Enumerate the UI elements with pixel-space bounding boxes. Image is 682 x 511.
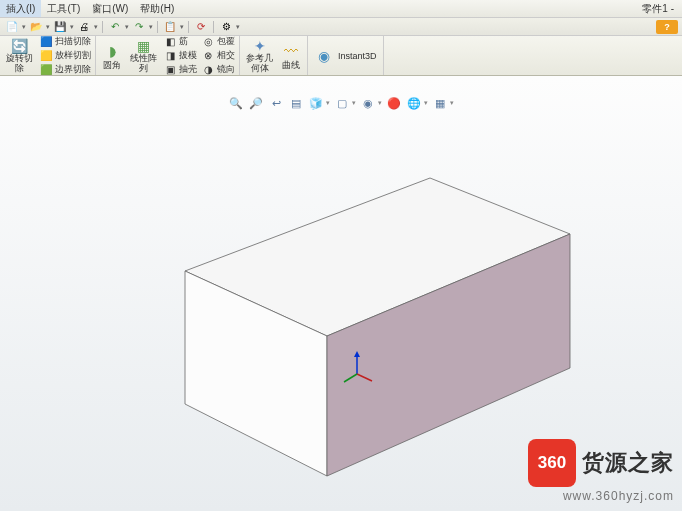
dropdown-icon[interactable]: ▾ [125,23,129,31]
new-icon[interactable]: 📄 [4,20,20,34]
document-title: 零件1 - [634,0,682,17]
curves-button[interactable]: 〰 曲线 [277,36,305,75]
view-settings-icon[interactable]: ▦ [432,95,448,111]
intersect-button[interactable]: ⊗相交 [201,49,235,62]
watermark-badge: 360 [528,439,576,487]
shell-button[interactable]: ▣抽壳 [163,63,197,76]
dropdown-icon[interactable]: ▾ [424,99,428,107]
instant3d-icon: ◉ [314,47,334,65]
dropdown-icon[interactable]: ▾ [378,99,382,107]
appearance-icon[interactable]: 🔴 [386,95,402,111]
view-orientation-icon[interactable]: 🧊 [308,95,324,111]
menu-insert[interactable]: 插入(I) [0,0,41,17]
wrap-button[interactable]: ◎包覆 [201,35,235,48]
dropdown-icon[interactable]: ▾ [22,23,26,31]
boundary-cut-button[interactable]: 🟩边界切除 [39,63,91,76]
options-icon[interactable]: 📋 [162,20,178,34]
rotate-cut-icon: 🔄 [10,38,30,53]
rib-button[interactable]: ◧筋 [163,35,197,48]
draft-button[interactable]: ◨拔模 [163,49,197,62]
ribbon-label: 拔模 [179,49,197,62]
ribbon-label: 扫描切除 [55,35,91,48]
dropdown-icon[interactable]: ▾ [46,23,50,31]
ribbon-label: 筋 [179,35,188,48]
boundary-cut-icon: 🟩 [39,64,53,76]
fillet-icon: ◗ [102,42,122,60]
ribbon-label: 线性阵 列 [130,53,157,73]
scene-icon[interactable]: 🌐 [406,95,422,111]
svg-line-6 [344,374,357,382]
origin-triad [342,349,382,389]
svg-marker-4 [354,351,360,357]
menu-tools[interactable]: 工具(T) [41,0,86,17]
rebuild-icon[interactable]: ⟳ [193,20,209,34]
ribbon-label: 抽壳 [179,63,197,76]
loft-cut-icon: 🟨 [39,50,53,62]
zoom-area-icon[interactable]: 🔎 [248,95,264,111]
fillet-button[interactable]: ◗ 圆角 [98,36,126,75]
print-icon[interactable]: 🖨 [76,20,92,34]
redo-icon[interactable]: ↷ [131,20,147,34]
wrap-icon: ◎ [201,36,215,48]
view-toolbar: 🔍 🔎 ↩ ▤ 🧊▾ ▢▾ ◉▾ 🔴 🌐▾ ▦▾ [228,95,454,111]
model-box [60,116,600,511]
ribbon-label: 包覆 [217,35,235,48]
watermark-url: www.360hyzj.com [563,489,674,503]
dropdown-icon[interactable]: ▾ [94,23,98,31]
settings-icon[interactable]: ⚙ [218,20,234,34]
menu-help[interactable]: 帮助(H) [134,0,180,17]
ribbon-toolbar: 🔄 旋转切 除 🟦扫描切除 🟨放样切割 🟩边界切除 ◗ 圆角 ▦ 线性阵 列 ◧… [0,36,682,76]
dropdown-icon[interactable]: ▾ [70,23,74,31]
ribbon-label: Instant3D [338,51,377,61]
zoom-fit-icon[interactable]: 🔍 [228,95,244,111]
display-style-icon[interactable]: ▢ [334,95,350,111]
hide-show-icon[interactable]: ◉ [360,95,376,111]
curves-icon: 〰 [281,42,301,60]
sweep-cut-button[interactable]: 🟦扫描切除 [39,35,91,48]
draft-icon: ◨ [163,50,177,62]
ribbon-label: 旋转切 除 [6,53,33,73]
ribbon-label: 参考几 何体 [246,53,273,73]
linear-pattern-icon: ▦ [134,38,154,53]
rotate-cut-button[interactable]: 🔄 旋转切 除 [2,36,37,75]
undo-icon[interactable]: ↶ [107,20,123,34]
watermark-text: 货源之家 [582,448,674,478]
dropdown-icon[interactable]: ▾ [450,99,454,107]
dropdown-icon[interactable]: ▾ [352,99,356,107]
quick-access-bar: 📄▾ 📂▾ 💾▾ 🖨▾ ↶▾ ↷▾ 📋▾ ⟳ ⚙▾ ? [0,18,682,36]
ref-geometry-icon: ✦ [250,38,270,53]
ref-geometry-button[interactable]: ✦ 参考几 何体 [242,36,277,75]
loft-cut-button[interactable]: 🟨放样切割 [39,49,91,62]
dropdown-icon[interactable]: ▾ [180,23,184,31]
ribbon-label: 相交 [217,49,235,62]
menu-window[interactable]: 窗口(W) [86,0,134,17]
help-icon[interactable]: ? [656,20,678,34]
ribbon-label: 圆角 [103,60,121,70]
rib-icon: ◧ [163,36,177,48]
shell-icon: ▣ [163,64,177,76]
ribbon-label: 边界切除 [55,63,91,76]
svg-line-5 [357,374,372,381]
ribbon-label: 曲线 [282,60,300,70]
save-icon[interactable]: 💾 [52,20,68,34]
mirror-button[interactable]: ◑镜向 [201,63,235,76]
menu-bar: 插入(I) 工具(T) 窗口(W) 帮助(H) 零件1 - [0,0,682,18]
section-view-icon[interactable]: ▤ [288,95,304,111]
intersect-icon: ⊗ [201,50,215,62]
prev-view-icon[interactable]: ↩ [268,95,284,111]
dropdown-icon[interactable]: ▾ [236,23,240,31]
sweep-cut-icon: 🟦 [39,36,53,48]
dropdown-icon[interactable]: ▾ [326,99,330,107]
open-icon[interactable]: 📂 [28,20,44,34]
ribbon-label: 镜向 [217,63,235,76]
instant3d-button[interactable]: ◉ Instant3D [310,36,381,75]
dropdown-icon[interactable]: ▾ [149,23,153,31]
ribbon-label: 放样切割 [55,49,91,62]
linear-pattern-button[interactable]: ▦ 线性阵 列 [126,36,161,75]
watermark: 360 货源之家 www.360hyzj.com [528,439,674,503]
mirror-icon: ◑ [201,64,215,76]
